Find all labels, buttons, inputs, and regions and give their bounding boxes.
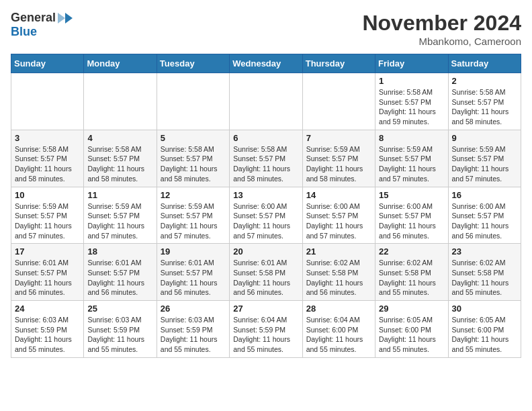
day-info: Sunrise: 5:58 AM Sunset: 5:57 PM Dayligh… bbox=[233, 144, 298, 184]
table-row: 3Sunrise: 5:58 AM Sunset: 5:57 PM Daylig… bbox=[11, 130, 84, 187]
day-info: Sunrise: 5:58 AM Sunset: 5:57 PM Dayligh… bbox=[15, 144, 80, 184]
calendar-row: 1Sunrise: 5:58 AM Sunset: 5:57 PM Daylig… bbox=[11, 73, 521, 130]
table-row: 4Sunrise: 5:58 AM Sunset: 5:57 PM Daylig… bbox=[84, 130, 157, 187]
day-number: 18 bbox=[87, 246, 152, 257]
table-row: 14Sunrise: 6:00 AM Sunset: 5:57 PM Dayli… bbox=[302, 187, 375, 244]
table-row: 10Sunrise: 5:59 AM Sunset: 5:57 PM Dayli… bbox=[11, 187, 84, 244]
day-number: 10 bbox=[15, 190, 80, 200]
day-number: 21 bbox=[306, 246, 371, 257]
table-row bbox=[157, 73, 229, 130]
col-monday: Monday bbox=[84, 54, 157, 73]
day-info: Sunrise: 6:01 AM Sunset: 5:57 PM Dayligh… bbox=[15, 258, 80, 298]
day-info: Sunrise: 6:05 AM Sunset: 6:00 PM Dayligh… bbox=[379, 315, 444, 355]
day-info: Sunrise: 5:59 AM Sunset: 5:57 PM Dayligh… bbox=[306, 144, 371, 184]
col-wednesday: Wednesday bbox=[230, 54, 302, 73]
table-row: 15Sunrise: 6:00 AM Sunset: 5:57 PM Dayli… bbox=[375, 187, 448, 244]
day-number: 20 bbox=[233, 246, 298, 257]
day-number: 17 bbox=[15, 246, 80, 257]
location-text: Mbankomo, Cameroon bbox=[362, 36, 521, 47]
table-row: 19Sunrise: 6:01 AM Sunset: 5:57 PM Dayli… bbox=[157, 244, 229, 301]
day-info: Sunrise: 6:03 AM Sunset: 5:59 PM Dayligh… bbox=[15, 315, 80, 355]
table-row: 25Sunrise: 6:03 AM Sunset: 5:59 PM Dayli… bbox=[84, 301, 157, 358]
day-info: Sunrise: 6:03 AM Sunset: 5:59 PM Dayligh… bbox=[87, 315, 152, 355]
day-info: Sunrise: 6:00 AM Sunset: 5:57 PM Dayligh… bbox=[306, 201, 371, 241]
page-header: General Blue November 2024 Mbankomo, Cam… bbox=[11, 11, 521, 47]
day-info: Sunrise: 6:02 AM Sunset: 5:58 PM Dayligh… bbox=[379, 258, 444, 298]
table-row: 9Sunrise: 5:59 AM Sunset: 5:57 PM Daylig… bbox=[448, 130, 521, 187]
col-saturday: Saturday bbox=[448, 54, 521, 73]
logo-flag-icon bbox=[58, 12, 73, 24]
day-number: 29 bbox=[379, 304, 444, 314]
table-row bbox=[84, 73, 157, 130]
day-info: Sunrise: 6:04 AM Sunset: 6:00 PM Dayligh… bbox=[306, 315, 371, 355]
col-sunday: Sunday bbox=[11, 54, 84, 73]
day-number: 26 bbox=[161, 304, 226, 314]
table-row: 27Sunrise: 6:04 AM Sunset: 5:59 PM Dayli… bbox=[230, 301, 302, 358]
day-info: Sunrise: 6:01 AM Sunset: 5:58 PM Dayligh… bbox=[233, 258, 298, 298]
day-info: Sunrise: 5:58 AM Sunset: 5:57 PM Dayligh… bbox=[87, 144, 152, 184]
table-row: 18Sunrise: 6:01 AM Sunset: 5:57 PM Dayli… bbox=[84, 244, 157, 301]
table-row: 22Sunrise: 6:02 AM Sunset: 5:58 PM Dayli… bbox=[375, 244, 448, 301]
title-block: November 2024 Mbankomo, Cameroon bbox=[362, 11, 521, 47]
calendar-table: Sunday Monday Tuesday Wednesday Thursday… bbox=[11, 54, 521, 358]
day-number: 3 bbox=[15, 133, 80, 143]
table-row: 8Sunrise: 5:59 AM Sunset: 5:57 PM Daylig… bbox=[375, 130, 448, 187]
day-info: Sunrise: 6:02 AM Sunset: 5:58 PM Dayligh… bbox=[452, 258, 517, 298]
col-thursday: Thursday bbox=[302, 54, 375, 73]
table-row: 12Sunrise: 5:59 AM Sunset: 5:57 PM Dayli… bbox=[157, 187, 229, 244]
calendar-row: 3Sunrise: 5:58 AM Sunset: 5:57 PM Daylig… bbox=[11, 130, 521, 187]
day-info: Sunrise: 5:58 AM Sunset: 5:57 PM Dayligh… bbox=[379, 87, 444, 127]
table-row: 13Sunrise: 6:00 AM Sunset: 5:57 PM Dayli… bbox=[230, 187, 302, 244]
day-number: 16 bbox=[452, 190, 517, 200]
calendar-row: 17Sunrise: 6:01 AM Sunset: 5:57 PM Dayli… bbox=[11, 244, 521, 301]
day-info: Sunrise: 6:02 AM Sunset: 5:58 PM Dayligh… bbox=[306, 258, 371, 298]
table-row: 17Sunrise: 6:01 AM Sunset: 5:57 PM Dayli… bbox=[11, 244, 84, 301]
calendar-header-row: Sunday Monday Tuesday Wednesday Thursday… bbox=[11, 54, 521, 73]
logo: General Blue bbox=[11, 11, 73, 39]
day-info: Sunrise: 5:59 AM Sunset: 5:57 PM Dayligh… bbox=[15, 201, 80, 241]
day-info: Sunrise: 6:00 AM Sunset: 5:57 PM Dayligh… bbox=[233, 201, 298, 241]
day-info: Sunrise: 5:58 AM Sunset: 5:57 PM Dayligh… bbox=[452, 87, 517, 127]
day-number: 4 bbox=[87, 133, 152, 143]
logo-general-text: General bbox=[11, 11, 56, 25]
table-row: 26Sunrise: 6:03 AM Sunset: 5:59 PM Dayli… bbox=[157, 301, 229, 358]
day-info: Sunrise: 5:59 AM Sunset: 5:57 PM Dayligh… bbox=[379, 144, 444, 184]
day-info: Sunrise: 6:05 AM Sunset: 6:00 PM Dayligh… bbox=[452, 315, 517, 355]
day-number: 19 bbox=[161, 246, 226, 257]
svg-marker-1 bbox=[58, 13, 65, 24]
month-title: November 2024 bbox=[362, 11, 521, 36]
day-number: 6 bbox=[233, 133, 298, 143]
day-info: Sunrise: 6:01 AM Sunset: 5:57 PM Dayligh… bbox=[87, 258, 152, 298]
day-number: 25 bbox=[87, 304, 152, 314]
day-number: 24 bbox=[15, 304, 80, 314]
day-number: 9 bbox=[452, 133, 517, 143]
day-number: 23 bbox=[452, 246, 517, 257]
day-number: 1 bbox=[379, 76, 444, 86]
table-row: 16Sunrise: 6:00 AM Sunset: 5:57 PM Dayli… bbox=[448, 187, 521, 244]
table-row bbox=[302, 73, 375, 130]
calendar-row: 24Sunrise: 6:03 AM Sunset: 5:59 PM Dayli… bbox=[11, 301, 521, 358]
table-row: 1Sunrise: 5:58 AM Sunset: 5:57 PM Daylig… bbox=[375, 73, 448, 130]
day-info: Sunrise: 5:59 AM Sunset: 5:57 PM Dayligh… bbox=[161, 201, 226, 241]
table-row: 2Sunrise: 5:58 AM Sunset: 5:57 PM Daylig… bbox=[448, 73, 521, 130]
day-number: 27 bbox=[233, 304, 298, 314]
day-info: Sunrise: 5:59 AM Sunset: 5:57 PM Dayligh… bbox=[452, 144, 517, 184]
day-number: 12 bbox=[161, 190, 226, 200]
table-row: 21Sunrise: 6:02 AM Sunset: 5:58 PM Dayli… bbox=[302, 244, 375, 301]
table-row: 5Sunrise: 5:58 AM Sunset: 5:57 PM Daylig… bbox=[157, 130, 229, 187]
table-row: 23Sunrise: 6:02 AM Sunset: 5:58 PM Dayli… bbox=[448, 244, 521, 301]
day-info: Sunrise: 5:58 AM Sunset: 5:57 PM Dayligh… bbox=[161, 144, 226, 184]
day-number: 30 bbox=[452, 304, 517, 314]
table-row: 20Sunrise: 6:01 AM Sunset: 5:58 PM Dayli… bbox=[230, 244, 302, 301]
day-number: 22 bbox=[379, 246, 444, 257]
table-row: 28Sunrise: 6:04 AM Sunset: 6:00 PM Dayli… bbox=[302, 301, 375, 358]
logo-blue-text: Blue bbox=[11, 25, 37, 39]
day-number: 14 bbox=[306, 190, 371, 200]
day-number: 28 bbox=[306, 304, 371, 314]
col-tuesday: Tuesday bbox=[157, 54, 229, 73]
table-row bbox=[11, 73, 84, 130]
day-info: Sunrise: 6:00 AM Sunset: 5:57 PM Dayligh… bbox=[452, 201, 517, 241]
day-info: Sunrise: 6:01 AM Sunset: 5:57 PM Dayligh… bbox=[161, 258, 226, 298]
table-row: 7Sunrise: 5:59 AM Sunset: 5:57 PM Daylig… bbox=[302, 130, 375, 187]
table-row: 29Sunrise: 6:05 AM Sunset: 6:00 PM Dayli… bbox=[375, 301, 448, 358]
